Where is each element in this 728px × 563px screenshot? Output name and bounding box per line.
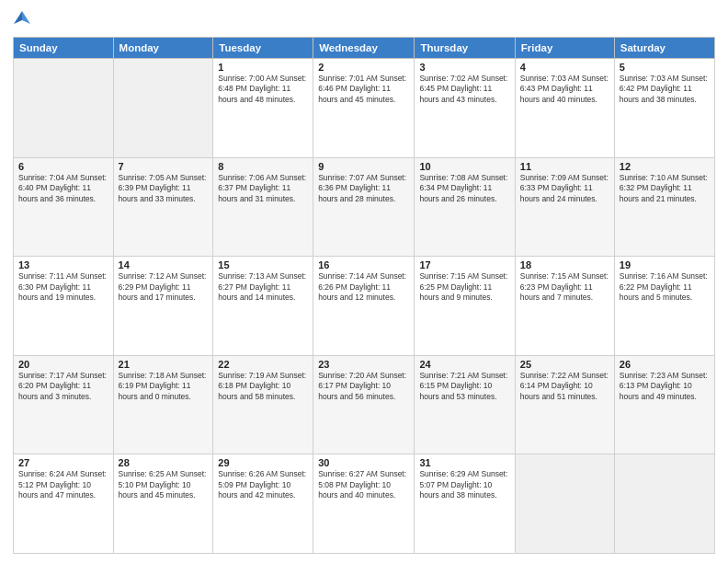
- day-number: 4: [520, 62, 609, 73]
- calendar-cell: [14, 59, 114, 158]
- day-number: 7: [119, 161, 209, 172]
- day-info: Sunrise: 7:13 AM Sunset: 6:27 PM Dayligh…: [218, 271, 308, 303]
- calendar-cell: [614, 454, 714, 554]
- calendar-cell: 1Sunrise: 7:00 AM Sunset: 6:48 PM Daylig…: [213, 59, 313, 158]
- day-info: Sunrise: 7:18 AM Sunset: 6:19 PM Dayligh…: [119, 371, 209, 402]
- calendar-cell: 19Sunrise: 7:16 AM Sunset: 6:22 PM Dayli…: [614, 257, 714, 356]
- calendar-cell: 11Sunrise: 7:09 AM Sunset: 6:33 PM Dayli…: [515, 157, 614, 257]
- svg-marker-1: [14, 11, 22, 24]
- calendar-header-friday: Friday: [515, 38, 614, 59]
- calendar-cell: 28Sunrise: 6:25 AM Sunset: 5:10 PM Dayli…: [113, 454, 213, 554]
- calendar-week-row-4: 20Sunrise: 7:17 AM Sunset: 6:20 PM Dayli…: [14, 355, 715, 454]
- calendar-cell: 26Sunrise: 7:23 AM Sunset: 6:13 PM Dayli…: [614, 355, 714, 454]
- logo: [13, 9, 30, 29]
- day-number: 12: [620, 161, 710, 172]
- day-number: 30: [318, 457, 409, 468]
- day-number: 22: [218, 359, 308, 370]
- day-info: Sunrise: 7:16 AM Sunset: 6:22 PM Dayligh…: [620, 271, 710, 303]
- day-info: Sunrise: 6:25 AM Sunset: 5:10 PM Dayligh…: [119, 469, 209, 500]
- calendar-header-saturday: Saturday: [614, 38, 714, 59]
- day-number: 25: [520, 359, 609, 370]
- calendar-cell: 13Sunrise: 7:11 AM Sunset: 6:30 PM Dayli…: [14, 257, 114, 356]
- calendar-cell: 10Sunrise: 7:08 AM Sunset: 6:34 PM Dayli…: [415, 157, 515, 257]
- day-number: 28: [119, 457, 209, 468]
- calendar-cell: 30Sunrise: 6:27 AM Sunset: 5:08 PM Dayli…: [313, 454, 415, 554]
- day-number: 26: [620, 359, 710, 370]
- day-number: 14: [119, 259, 209, 270]
- calendar-week-row-2: 6Sunrise: 7:04 AM Sunset: 6:40 PM Daylig…: [14, 157, 715, 257]
- day-number: 24: [419, 359, 509, 370]
- day-number: 31: [419, 457, 509, 468]
- day-info: Sunrise: 7:21 AM Sunset: 6:15 PM Dayligh…: [419, 371, 509, 402]
- day-number: 23: [318, 359, 409, 370]
- day-info: Sunrise: 7:11 AM Sunset: 6:30 PM Dayligh…: [18, 271, 108, 303]
- calendar-cell: [515, 454, 614, 554]
- day-info: Sunrise: 6:27 AM Sunset: 5:08 PM Dayligh…: [318, 469, 409, 500]
- day-number: 3: [419, 62, 509, 73]
- page: SundayMondayTuesdayWednesdayThursdayFrid…: [0, 0, 728, 563]
- svg-marker-0: [22, 11, 30, 24]
- day-info: Sunrise: 7:15 AM Sunset: 6:25 PM Dayligh…: [419, 271, 509, 303]
- day-info: Sunrise: 7:15 AM Sunset: 6:23 PM Dayligh…: [520, 271, 609, 303]
- day-info: Sunrise: 7:07 AM Sunset: 6:36 PM Dayligh…: [318, 173, 409, 204]
- calendar-cell: [113, 59, 213, 158]
- day-info: Sunrise: 7:00 AM Sunset: 6:48 PM Dayligh…: [218, 74, 308, 105]
- day-number: 8: [218, 161, 308, 172]
- day-info: Sunrise: 7:19 AM Sunset: 6:18 PM Dayligh…: [218, 371, 308, 402]
- day-number: 1: [218, 62, 308, 73]
- day-number: 19: [620, 259, 710, 270]
- calendar-header-wednesday: Wednesday: [313, 38, 415, 59]
- day-info: Sunrise: 7:20 AM Sunset: 6:17 PM Dayligh…: [318, 371, 409, 402]
- calendar-cell: 5Sunrise: 7:03 AM Sunset: 6:42 PM Daylig…: [614, 59, 714, 158]
- day-info: Sunrise: 7:05 AM Sunset: 6:39 PM Dayligh…: [119, 173, 209, 204]
- day-info: Sunrise: 7:03 AM Sunset: 6:43 PM Dayligh…: [520, 74, 609, 105]
- calendar-cell: 15Sunrise: 7:13 AM Sunset: 6:27 PM Dayli…: [213, 257, 313, 356]
- day-info: Sunrise: 7:22 AM Sunset: 6:14 PM Dayligh…: [520, 371, 609, 402]
- day-info: Sunrise: 7:06 AM Sunset: 6:37 PM Dayligh…: [218, 173, 308, 204]
- day-number: 17: [419, 259, 509, 270]
- logo-bird-icon: [14, 9, 30, 26]
- header: [13, 9, 715, 29]
- calendar-table: SundayMondayTuesdayWednesdayThursdayFrid…: [13, 37, 715, 554]
- calendar-cell: 4Sunrise: 7:03 AM Sunset: 6:43 PM Daylig…: [515, 59, 614, 158]
- calendar-cell: 9Sunrise: 7:07 AM Sunset: 6:36 PM Daylig…: [313, 157, 415, 257]
- calendar-header-sunday: Sunday: [14, 38, 114, 59]
- calendar-cell: 22Sunrise: 7:19 AM Sunset: 6:18 PM Dayli…: [213, 355, 313, 454]
- day-info: Sunrise: 7:17 AM Sunset: 6:20 PM Dayligh…: [18, 371, 108, 402]
- calendar-cell: 21Sunrise: 7:18 AM Sunset: 6:19 PM Dayli…: [113, 355, 213, 454]
- day-number: 20: [18, 359, 108, 370]
- calendar-week-row-3: 13Sunrise: 7:11 AM Sunset: 6:30 PM Dayli…: [14, 257, 715, 356]
- calendar-cell: 20Sunrise: 7:17 AM Sunset: 6:20 PM Dayli…: [14, 355, 114, 454]
- day-info: Sunrise: 7:09 AM Sunset: 6:33 PM Dayligh…: [520, 173, 609, 204]
- calendar-cell: 27Sunrise: 6:24 AM Sunset: 5:12 PM Dayli…: [14, 454, 114, 554]
- calendar-cell: 17Sunrise: 7:15 AM Sunset: 6:25 PM Dayli…: [415, 257, 515, 356]
- day-number: 11: [520, 161, 609, 172]
- day-info: Sunrise: 6:24 AM Sunset: 5:12 PM Dayligh…: [18, 469, 108, 500]
- day-info: Sunrise: 7:01 AM Sunset: 6:46 PM Dayligh…: [318, 74, 409, 105]
- day-info: Sunrise: 6:29 AM Sunset: 5:07 PM Dayligh…: [419, 469, 509, 500]
- calendar-cell: 6Sunrise: 7:04 AM Sunset: 6:40 PM Daylig…: [14, 157, 114, 257]
- calendar-header-row: SundayMondayTuesdayWednesdayThursdayFrid…: [14, 38, 715, 59]
- calendar-header-thursday: Thursday: [415, 38, 515, 59]
- calendar-header-tuesday: Tuesday: [213, 38, 313, 59]
- day-number: 5: [620, 62, 710, 73]
- calendar-cell: 29Sunrise: 6:26 AM Sunset: 5:09 PM Dayli…: [213, 454, 313, 554]
- day-info: Sunrise: 7:08 AM Sunset: 6:34 PM Dayligh…: [419, 173, 509, 204]
- calendar-cell: 16Sunrise: 7:14 AM Sunset: 6:26 PM Dayli…: [313, 257, 415, 356]
- calendar-week-row-5: 27Sunrise: 6:24 AM Sunset: 5:12 PM Dayli…: [14, 454, 715, 554]
- calendar-cell: 12Sunrise: 7:10 AM Sunset: 6:32 PM Dayli…: [614, 157, 714, 257]
- day-info: Sunrise: 6:26 AM Sunset: 5:09 PM Dayligh…: [218, 469, 308, 500]
- day-info: Sunrise: 7:03 AM Sunset: 6:42 PM Dayligh…: [620, 74, 710, 105]
- day-number: 21: [119, 359, 209, 370]
- day-info: Sunrise: 7:02 AM Sunset: 6:45 PM Dayligh…: [419, 74, 509, 105]
- calendar-cell: 24Sunrise: 7:21 AM Sunset: 6:15 PM Dayli…: [415, 355, 515, 454]
- day-info: Sunrise: 7:14 AM Sunset: 6:26 PM Dayligh…: [318, 271, 409, 303]
- day-number: 18: [520, 259, 609, 270]
- day-info: Sunrise: 7:04 AM Sunset: 6:40 PM Dayligh…: [18, 173, 108, 204]
- day-number: 9: [318, 161, 409, 172]
- day-info: Sunrise: 7:23 AM Sunset: 6:13 PM Dayligh…: [620, 371, 710, 402]
- calendar-week-row-1: 1Sunrise: 7:00 AM Sunset: 6:48 PM Daylig…: [14, 59, 715, 158]
- calendar-cell: 31Sunrise: 6:29 AM Sunset: 5:07 PM Dayli…: [415, 454, 515, 554]
- calendar-cell: 8Sunrise: 7:06 AM Sunset: 6:37 PM Daylig…: [213, 157, 313, 257]
- calendar-cell: 3Sunrise: 7:02 AM Sunset: 6:45 PM Daylig…: [415, 59, 515, 158]
